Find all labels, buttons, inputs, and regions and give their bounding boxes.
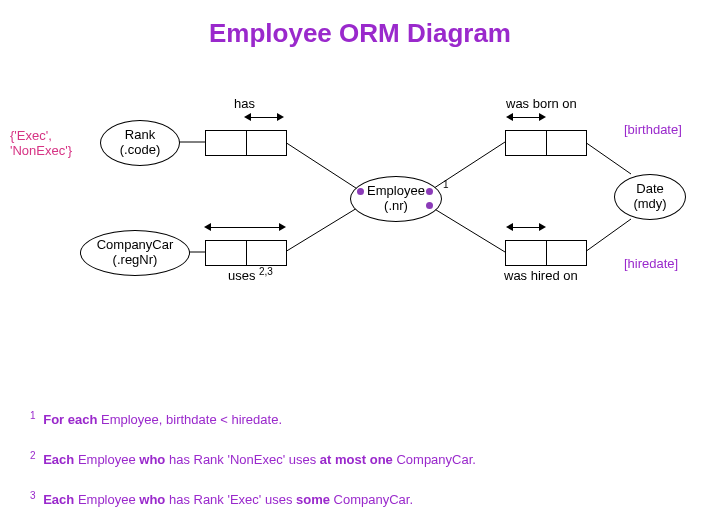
footnote-3-c: who — [139, 492, 165, 507]
factbox-has — [205, 130, 287, 156]
entity-date-name: Date — [636, 182, 663, 197]
footnote-3-num: 3 — [30, 490, 36, 501]
footnote-2-num: 2 — [30, 450, 36, 461]
footnote-2-f: CompanyCar. — [393, 452, 476, 467]
arrow-uses-r — [279, 223, 286, 231]
label-uses: uses — [228, 268, 255, 283]
arrow-has-l — [244, 113, 251, 121]
factbox-born — [505, 130, 587, 156]
footnote-2: 2 Each Employee who has Rank 'NonExec' u… — [30, 450, 476, 467]
entity-date-ref: (mdy) — [633, 197, 666, 212]
footnote-1-num: 1 — [30, 410, 36, 421]
arrow-hired-l — [506, 223, 513, 231]
arrow-born-r — [539, 113, 546, 121]
label-hired: was hired on — [504, 268, 578, 283]
entity-companycar-name: CompanyCar — [97, 238, 174, 253]
footnote-1: 1 For each Employee, birthdate < hiredat… — [30, 410, 282, 427]
arrow-hired-r — [539, 223, 546, 231]
entity-companycar: CompanyCar (.regNr) — [80, 230, 190, 276]
svg-line-4 — [428, 142, 505, 192]
arrow-has — [250, 117, 278, 118]
footnote-3-f: CompanyCar. — [330, 492, 413, 507]
entity-date: Date (mdy) — [614, 174, 686, 220]
footnote-3-a: Each — [43, 492, 74, 507]
entity-employee-ref: (.nr) — [384, 199, 408, 214]
footnote-2-a: Each — [43, 452, 74, 467]
constraint-hiredate: [hiredate] — [624, 256, 678, 271]
svg-line-3 — [285, 205, 362, 252]
factbox-uses — [205, 240, 287, 266]
svg-line-7 — [585, 219, 631, 252]
svg-line-5 — [585, 142, 631, 174]
label-uses-sup: 2,3 — [259, 266, 273, 277]
arrow-born-l — [506, 113, 513, 121]
entity-rank-ref: (.code) — [120, 143, 160, 158]
mandatory-dot-born — [426, 188, 433, 195]
employee-superscript: 1 — [443, 179, 449, 190]
label-has: has — [234, 96, 255, 111]
svg-line-6 — [428, 205, 505, 252]
svg-line-1 — [285, 142, 362, 192]
footnote-3-b: Employee — [74, 492, 139, 507]
label-born: was born on — [506, 96, 577, 111]
footnote-3-d: has Rank 'Exec' uses — [165, 492, 296, 507]
arrow-uses-l — [204, 223, 211, 231]
entity-employee: Employee (.nr) — [350, 176, 442, 222]
mandatory-dot-has — [357, 188, 364, 195]
arrow-uses — [210, 227, 280, 228]
footnote-3-e: some — [296, 492, 330, 507]
constraint-rank-values: {'Exec', 'NonExec'} — [10, 128, 90, 158]
arrow-hired — [512, 227, 540, 228]
arrow-born — [512, 117, 540, 118]
footnote-2-e: at most one — [320, 452, 393, 467]
footnote-3: 3 Each Employee who has Rank 'Exec' uses… — [30, 490, 413, 507]
footnote-1-pre: For each — [43, 412, 97, 427]
entity-companycar-ref: (.regNr) — [113, 253, 158, 268]
mandatory-dot-hired — [426, 202, 433, 209]
entity-rank-name: Rank — [125, 128, 155, 143]
factbox-hired — [505, 240, 587, 266]
footnote-1-mid: Employee, birthdate < hiredate. — [97, 412, 282, 427]
footnote-2-c: who — [139, 452, 165, 467]
footnote-2-d: has Rank 'NonExec' uses — [165, 452, 320, 467]
entity-employee-name: Employee — [367, 184, 425, 199]
entity-rank: Rank (.code) — [100, 120, 180, 166]
footnote-2-b: Employee — [74, 452, 139, 467]
arrow-has-r — [277, 113, 284, 121]
constraint-birthdate: [birthdate] — [624, 122, 682, 137]
diagram-title: Employee ORM Diagram — [0, 18, 720, 49]
